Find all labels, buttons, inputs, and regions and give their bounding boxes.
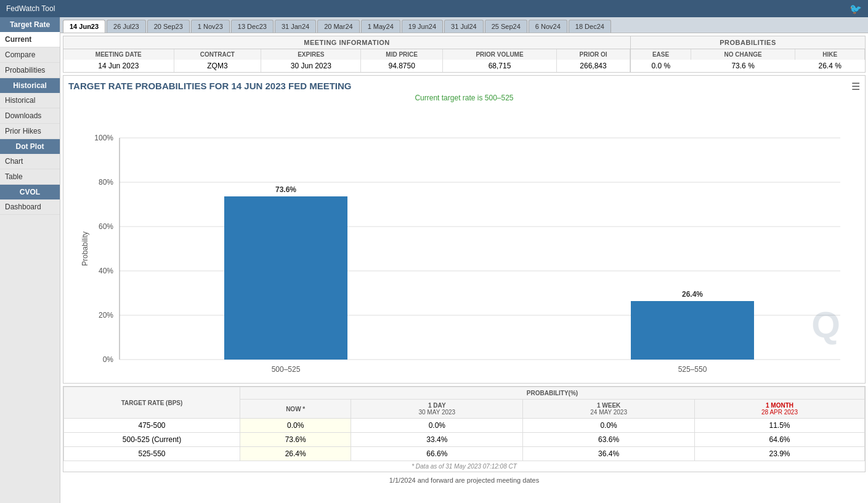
prob-cell-2: 26.4 % (795, 60, 865, 72)
meeting-col-prior-oi: PRIOR OI (557, 49, 630, 60)
svg-text:80%: 80% (98, 178, 113, 187)
meeting-cell-2: 30 Jun 2023 (261, 60, 361, 72)
tab-1-may24[interactable]: 1 May24 (361, 20, 400, 33)
now-cell: 73.6% (240, 433, 351, 447)
app-title: FedWatch Tool (6, 4, 55, 13)
tab-31-jan24[interactable]: 31 Jan24 (275, 20, 316, 33)
svg-text:Probability: Probability (81, 231, 89, 266)
month1-cell: 11.5% (695, 419, 865, 433)
historical-header[interactable]: Historical (0, 78, 60, 93)
sidebar-item-compare[interactable]: Compare (0, 47, 60, 63)
chart-subtitle: Current target rate is 500–525 (68, 94, 860, 102)
now-cell: 26.4% (240, 447, 351, 461)
meeting-cell-5: 266,843 (557, 60, 630, 72)
tab-20-sep23[interactable]: 20 Sep23 (147, 20, 190, 33)
meeting-cell-4: 68,715 (442, 60, 556, 72)
meeting-col-prior-volume: PRIOR VOLUME (442, 49, 556, 60)
tab-1-nov23[interactable]: 1 Nov23 (191, 20, 230, 33)
tab-31-jul24[interactable]: 31 Jul24 (444, 20, 484, 33)
dot-plot-header[interactable]: Dot Plot (0, 139, 60, 154)
chart-svg: Probability 100% 80% 60% 40% 20% 0% (76, 107, 853, 378)
prob-col-hike: HIKE (795, 49, 865, 60)
svg-text:0%: 0% (102, 355, 113, 364)
rate-cell: 475-500 (64, 419, 240, 433)
twitter-icon: 🐦 (850, 3, 862, 15)
bottom-col-1-day: 1 DAY30 MAY 2023 (351, 400, 523, 419)
bar-525-550 (631, 301, 754, 360)
svg-text:73.6%: 73.6% (275, 185, 296, 194)
now-cell: 0.0% (240, 419, 351, 433)
meeting-col-expires: EXPIRES (261, 49, 361, 60)
prob-col-no change: NO CHANGE (691, 49, 795, 60)
tab-19-jun24[interactable]: 19 Jun24 (402, 20, 443, 33)
svg-text:26.4%: 26.4% (681, 290, 702, 299)
meeting-info-header: MEETING INFORMATION (63, 36, 630, 49)
bottom-col-1-week: 1 WEEK24 MAY 2023 (523, 400, 695, 419)
tab-25-sep24[interactable]: 25 Sep24 (485, 20, 527, 33)
month1-cell: 23.9% (695, 447, 865, 461)
bottom-col-1-month: 1 MONTH28 APR 2023 (695, 400, 865, 419)
sidebar-item-probabilities[interactable]: Probabilities (0, 63, 60, 78)
sidebar-item-downloads[interactable]: Downloads (0, 108, 60, 124)
titlebar: FedWatch Tool 🐦 (0, 0, 868, 17)
sidebar-item-dashboard[interactable]: Dashboard (0, 199, 60, 215)
bar-500-525 (224, 196, 347, 360)
meeting-cell-1: ZQM3 (174, 60, 261, 72)
tab-26-jul23[interactable]: 26 Jul23 (107, 20, 146, 33)
target-rate-header[interactable]: Target Rate (0, 17, 60, 32)
tab-6-nov24[interactable]: 6 Nov24 (529, 20, 567, 33)
chart-title: TARGET RATE PROBABILITIES FOR 14 JUN 202… (68, 81, 860, 91)
cvol-header[interactable]: CVOL (0, 185, 60, 199)
meeting-cell-0: 14 Jun 2023 (63, 60, 174, 72)
svg-text:500–525: 500–525 (271, 365, 300, 374)
tab-18-dec24[interactable]: 18 Dec24 (569, 20, 611, 33)
target-rate-col-header: TARGET RATE (BPS) (64, 387, 240, 419)
prob-col-ease: EASE (631, 49, 691, 60)
day1-cell: 66.6% (351, 447, 523, 461)
tab-14-jun23[interactable]: 14 Jun23 (63, 20, 105, 33)
main-content: MEETING INFORMATION MEETING DATECONTRACT… (60, 33, 868, 503)
week1-cell: 63.6% (523, 433, 695, 447)
svg-text:20%: 20% (98, 311, 113, 320)
sidebar-item-table[interactable]: Table (0, 169, 60, 185)
month1-cell: 64.6% (695, 433, 865, 447)
bottom-col-now-*: NOW * (240, 400, 351, 419)
sidebar-item-chart[interactable]: Chart (0, 154, 60, 169)
svg-text:40%: 40% (98, 267, 113, 275)
probabilities-header: PROBABILITIES (631, 36, 865, 49)
tab-20-mar24[interactable]: 20 Mar24 (317, 20, 359, 33)
meeting-col-contract: CONTRACT (174, 49, 261, 60)
prob-cell-1: 73.6 % (691, 60, 795, 72)
tab-13-dec23[interactable]: 13 Dec23 (231, 20, 274, 33)
meeting-col-meeting-date: MEETING DATE (63, 49, 174, 60)
sidebar: Target Rate Current Compare Probabilitie… (0, 17, 60, 503)
projected-note: 1/1/2024 and forward are projected meeti… (63, 475, 866, 486)
day1-cell: 33.4% (351, 433, 523, 447)
rate-cell: 500-525 (Current) (64, 433, 240, 447)
table-row: 500-525 (Current)73.6%33.4%63.6%64.6% (64, 433, 865, 447)
table-row: 475-5000.0%0.0%0.0%11.5% (64, 419, 865, 433)
meeting-col-mid-price: MID PRICE (361, 49, 443, 60)
day1-cell: 0.0% (351, 419, 523, 433)
svg-text:60%: 60% (98, 222, 113, 231)
sidebar-item-current[interactable]: Current (0, 32, 60, 47)
week1-cell: 36.4% (523, 447, 695, 461)
sidebar-item-prior-hikes[interactable]: Prior Hikes (0, 124, 60, 139)
table-row: 525-55026.4%66.6%36.4%23.9% (64, 447, 865, 461)
week1-cell: 0.0% (523, 419, 695, 433)
menu-icon[interactable]: ☰ (851, 81, 860, 92)
probability-pct-header: PROBABILITY(%) (240, 387, 865, 400)
tab-bar: 14 Jun2326 Jul2320 Sep231 Nov2313 Dec233… (60, 17, 868, 33)
table-footnote: * Data as of 31 May 2023 07:12:08 CT (63, 461, 865, 472)
svg-text:525–550: 525–550 (678, 365, 707, 374)
prob-cell-0: 0.0 % (631, 60, 691, 72)
meeting-cell-3: 94.8750 (361, 60, 443, 72)
svg-text:100%: 100% (94, 134, 113, 142)
sidebar-item-historical[interactable]: Historical (0, 93, 60, 108)
rate-cell: 525-550 (64, 447, 240, 461)
